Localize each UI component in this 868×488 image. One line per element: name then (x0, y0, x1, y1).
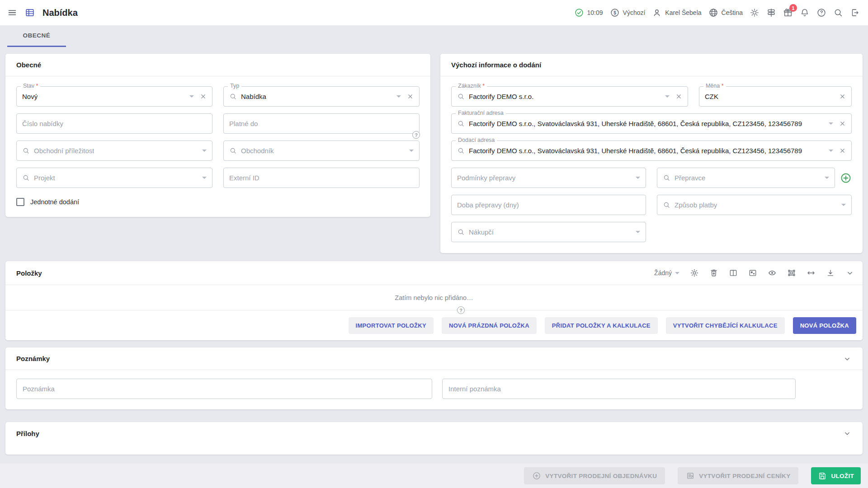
settings-gear-icon[interactable] (690, 268, 699, 277)
environment-menu[interactable]: $ Výchozí (610, 8, 646, 18)
user-menu[interactable]: Karel Šebela (652, 8, 701, 18)
split-columns-icon[interactable] (729, 268, 738, 277)
frame-selection-icon[interactable] (787, 268, 796, 277)
check-circle-icon (574, 8, 584, 18)
globe-icon (708, 8, 718, 18)
chevron-down-icon[interactable] (202, 150, 207, 152)
zakaznik-label: Zákazník (458, 83, 481, 89)
chevron-down-icon[interactable] (202, 177, 207, 179)
doba-prepravy-input[interactable] (457, 201, 640, 209)
chevron-down-icon[interactable] (636, 231, 640, 233)
eye-icon[interactable] (768, 268, 777, 277)
prepravce-field[interactable]: Přepravce (657, 168, 835, 188)
price-list-icon (686, 471, 695, 480)
chevron-down-icon[interactable] (825, 177, 829, 179)
create-missing-calculations-button[interactable]: VYTVOŘIT CHYBĚJÍCÍ KALKULACE (666, 317, 785, 334)
items-help-icon[interactable]: ? (457, 306, 465, 314)
clear-icon[interactable] (200, 93, 207, 100)
status-indicator[interactable]: 10:09 (574, 8, 603, 18)
create-price-lists-button[interactable]: VYTVOŘIT PRODEJNÍ CENÍKY (678, 467, 798, 484)
chevron-down-icon[interactable] (409, 150, 414, 152)
chevron-down-icon[interactable] (841, 204, 846, 206)
obchodnik-help-icon[interactable]: ? (412, 131, 420, 139)
zakaznik-field[interactable]: Zákazník * Factorify DEMO s.r.o. (451, 86, 688, 107)
search-icon (229, 147, 237, 155)
thumbnails-icon[interactable] (748, 268, 757, 277)
items-filter-dropdown[interactable]: Žádný (654, 269, 679, 277)
expand-horizontal-icon[interactable] (807, 268, 816, 277)
jednotne-dodani-checkbox[interactable] (16, 198, 24, 206)
chevron-down-icon[interactable] (636, 177, 640, 179)
obchodnik-field[interactable]: ? Obchodník (223, 141, 420, 161)
general-card-title: Obecné (5, 54, 430, 76)
help-icon[interactable] (816, 8, 826, 18)
theme-brightness-icon[interactable] (750, 8, 760, 18)
whats-new-gift-icon[interactable]: 1 (783, 8, 793, 18)
search-icon (663, 201, 670, 209)
platne-do-input[interactable] (229, 120, 414, 127)
items-actions: ? IMPORTOVAT POLOŽKY NOVÁ PRÁZDNÁ POLOŽK… (5, 310, 863, 340)
obchodni-prilezitost-field[interactable]: Obchodní příležitost (16, 141, 212, 161)
collapse-chevron-icon[interactable] (843, 354, 852, 363)
interni-poznamka-input[interactable] (448, 385, 789, 393)
fakturacni-adresa-value: Factorify DEMO s.r.o., Svatováclavská 93… (469, 120, 802, 127)
create-sales-order-button[interactable]: VYTVOŘIT PRODEJNÍ OBJEDNÁVKU (524, 467, 665, 484)
poznamka-field[interactable] (16, 379, 432, 399)
required-asterisk: * (482, 83, 485, 89)
save-button[interactable]: ULOŽIT (811, 467, 861, 484)
collapse-chevron-icon[interactable] (845, 268, 854, 277)
table-icon (25, 8, 35, 18)
clear-icon[interactable] (839, 93, 846, 100)
logout-icon[interactable] (850, 8, 860, 18)
add-carrier-icon[interactable] (840, 172, 852, 184)
delivery-card-title: Výchozí informace o dodání (440, 54, 863, 76)
zakaznik-value: Factorify DEMO s.r.o. (469, 93, 533, 100)
plus-circle-icon (532, 471, 541, 480)
items-toolbar: Žádný (654, 268, 854, 277)
clear-icon[interactable] (839, 120, 846, 127)
cislo-nabidky-field[interactable] (16, 113, 212, 134)
new-empty-item-button[interactable]: NOVÁ PRÁZDNÁ POLOŽKA (442, 317, 537, 334)
tab-obecne[interactable]: OBECNÉ (7, 25, 66, 47)
search-icon[interactable] (833, 8, 843, 18)
search-icon (457, 228, 465, 236)
interni-poznamka-field[interactable] (442, 379, 796, 399)
new-item-button[interactable]: NOVÁ POLOŽKA (793, 317, 856, 334)
dodaci-adresa-field[interactable]: Dodací adresa Factorify DEMO s.r.o., Sva… (451, 141, 852, 161)
cislo-nabidky-input[interactable] (22, 120, 207, 127)
download-icon[interactable] (826, 268, 835, 277)
typ-value: Nabídka (241, 93, 266, 100)
platne-do-field[interactable] (223, 113, 420, 134)
zpusob-platby-field[interactable]: Způsob platby (657, 195, 852, 215)
trash-restore-icon[interactable] (709, 268, 718, 277)
nakupci-field[interactable]: Nákupčí (451, 222, 646, 242)
import-items-button[interactable]: IMPORTOVAT POLOŽKY (349, 317, 434, 334)
fakturacni-adresa-field[interactable]: Fakturační adresa Factorify DEMO s.r.o.,… (451, 113, 852, 134)
externi-id-field[interactable] (223, 168, 420, 188)
collapse-chevron-icon[interactable] (843, 429, 852, 438)
doba-prepravy-field[interactable] (451, 195, 646, 215)
poznamka-input[interactable] (23, 385, 426, 393)
podminky-prepravy-field[interactable]: Podmínky přepravy (451, 168, 646, 188)
tab-bar: OBECNÉ (0, 25, 868, 47)
items-empty-text: Zatím nebylo nic přidáno… (5, 285, 863, 310)
language-menu[interactable]: Čeština (708, 8, 743, 18)
clear-icon[interactable] (407, 93, 414, 100)
search-icon (457, 93, 465, 100)
chevron-down-icon[interactable] (189, 95, 194, 98)
mena-field[interactable]: Měna * CZK (699, 86, 852, 107)
stav-field[interactable]: Stav * Nový (16, 86, 212, 107)
add-items-calculations-button[interactable]: PŘIDAT POLOŽKY A KALKULACE (545, 317, 658, 334)
chevron-down-icon[interactable] (829, 122, 833, 125)
chevron-down-icon[interactable] (665, 95, 670, 98)
typ-field[interactable]: Typ Nabídka (223, 86, 420, 107)
externi-id-input[interactable] (229, 174, 414, 182)
projekt-field[interactable]: Projekt (16, 168, 212, 188)
chevron-down-icon[interactable] (396, 95, 401, 98)
clear-icon[interactable] (839, 147, 846, 154)
menu-icon[interactable] (7, 8, 17, 18)
clear-icon[interactable] (675, 93, 682, 100)
bell-icon[interactable] (800, 8, 810, 18)
signpost-icon[interactable] (766, 8, 776, 18)
chevron-down-icon[interactable] (829, 150, 833, 152)
